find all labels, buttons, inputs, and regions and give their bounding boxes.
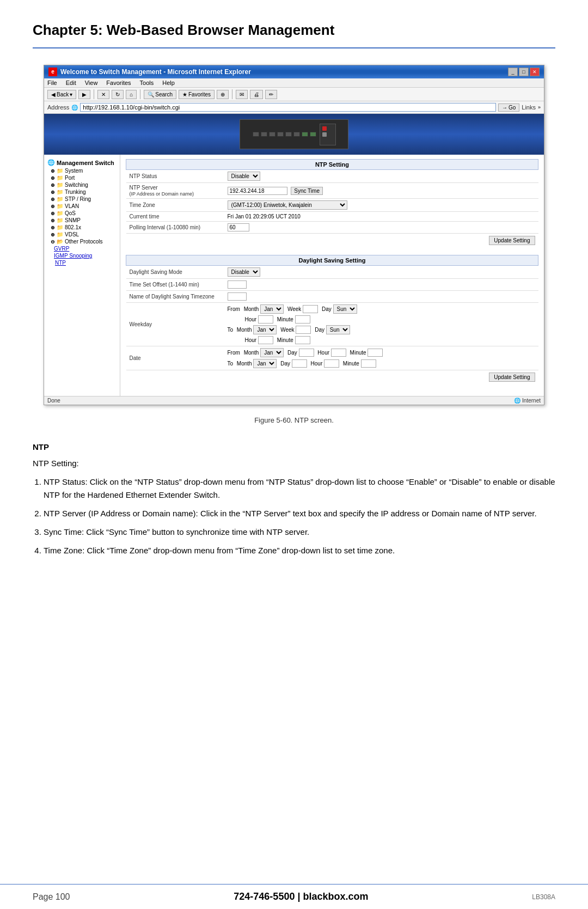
- time-offset-input[interactable]: [228, 280, 247, 289]
- plus-icon-vlan: ⊕: [51, 204, 55, 209]
- back-button[interactable]: ◀ Back ▾: [47, 90, 76, 99]
- favorites-button[interactable]: ★ Favorites: [179, 90, 215, 99]
- edit-button[interactable]: ✏: [265, 90, 277, 99]
- date-from-day-input[interactable]: [299, 349, 314, 357]
- sidebar-item-stp[interactable]: ⊕ 📁 STP / Ring: [44, 196, 120, 203]
- links-button[interactable]: Links: [522, 104, 536, 111]
- to-day-select[interactable]: Sun: [326, 325, 350, 334]
- forward-button[interactable]: ▶: [78, 90, 90, 99]
- maximize-button[interactable]: □: [519, 68, 529, 76]
- port-3: [269, 132, 275, 137]
- statusbar-left: Done: [47, 398, 60, 404]
- date-from-hour-input[interactable]: [331, 349, 346, 357]
- sidebar-item-snmp[interactable]: ⊕ 📁 SNMP: [44, 217, 120, 224]
- sidebar-item-port[interactable]: ⊕ 📁 Port: [44, 174, 120, 181]
- to-month-select[interactable]: Jan: [253, 325, 277, 334]
- home-button[interactable]: ⌂: [126, 90, 137, 99]
- sidebar-root-label: Management Switch: [57, 160, 114, 166]
- sidebar-label-ntp: NTP: [55, 260, 66, 266]
- ntp-server-input[interactable]: [228, 187, 287, 195]
- timezone-label: Time Zone: [126, 199, 224, 212]
- go-arrow-icon: →: [502, 105, 507, 111]
- from-month-select[interactable]: Jan: [260, 304, 284, 314]
- sidebar-item-ntp[interactable]: NTP: [44, 259, 120, 266]
- menu-favorites[interactable]: Favorites: [106, 80, 131, 86]
- sidebar-item-igmp[interactable]: IGMP Snooping: [44, 252, 120, 259]
- stop-button[interactable]: ✕: [97, 90, 109, 99]
- from-day-select[interactable]: Sun: [333, 304, 357, 314]
- date-from-minute-input[interactable]: [367, 349, 383, 357]
- to-hour-input[interactable]: [258, 336, 273, 344]
- date-to-day-input[interactable]: [292, 359, 307, 368]
- ntp-update-button[interactable]: Update Setting: [489, 236, 535, 245]
- sidebar-item-8021x[interactable]: ⊕ 📁 802.1x: [44, 224, 120, 231]
- sync-time-button[interactable]: Sync Time: [291, 187, 323, 195]
- date-to-label: To: [228, 361, 234, 367]
- sidebar-item-gvrp[interactable]: GVRP: [44, 245, 120, 252]
- daylight-update-button[interactable]: Update Setting: [489, 373, 535, 382]
- minimize-button[interactable]: _: [508, 68, 518, 76]
- sidebar-item-other-protocols[interactable]: ⊖ 📂 Other Protocols: [44, 238, 120, 245]
- ie-logo-icon: e: [48, 68, 57, 76]
- address-value: http://192.168.1.10/cgi-bin/switch.cgi: [83, 104, 180, 111]
- date-to-minute-input[interactable]: [361, 359, 376, 368]
- folder-icon-vlan: 📁: [57, 203, 63, 209]
- links-expand-icon: »: [538, 105, 541, 110]
- daylight-timezone-input[interactable]: [228, 292, 247, 301]
- date-from-month-select[interactable]: Jan: [260, 348, 284, 357]
- menu-tools[interactable]: Tools: [140, 80, 154, 86]
- go-button[interactable]: → Go: [498, 103, 519, 112]
- polling-input[interactable]: [228, 223, 249, 231]
- menu-edit[interactable]: Edit: [66, 80, 76, 86]
- port-1: [253, 132, 259, 137]
- ie-addressbar: Address 🌐 http://192.168.1.10/cgi-bin/sw…: [44, 101, 544, 114]
- page-footer: Page 100 724-746-5500 | blackbox.com LB3…: [0, 884, 588, 909]
- date-to-hour-input[interactable]: [324, 359, 339, 368]
- menu-help[interactable]: Help: [162, 80, 175, 86]
- ntp-settings-table: NTP Setting NTP Status Disable Enable: [126, 159, 538, 247]
- sidebar-label-igmp: IGMP Snooping: [54, 253, 92, 259]
- menu-file[interactable]: File: [47, 80, 57, 86]
- sidebar-item-vdsl[interactable]: ⊕ 📁 VDSL: [44, 231, 120, 238]
- timezone-value: (GMT-12:00) Eniwetok, Kwajalein: [224, 199, 538, 212]
- sidebar-item-switching[interactable]: ⊕ 📁 Switching: [44, 181, 120, 188]
- close-button[interactable]: ✕: [530, 68, 540, 76]
- daylight-mode-select[interactable]: Disable Enable: [228, 267, 260, 277]
- search-button[interactable]: 🔍 Search: [144, 90, 176, 99]
- date-to-month-select[interactable]: Jan: [253, 359, 277, 368]
- to-week-input[interactable]: [296, 326, 311, 334]
- minute-label-to: Minute: [277, 337, 293, 343]
- sidebar-label-snmp: SNMP: [65, 217, 81, 223]
- dropdown-arrow-icon: ▾: [70, 91, 72, 97]
- from-minute-input[interactable]: [295, 315, 310, 324]
- date-day-label-from: Day: [287, 350, 297, 356]
- daylight-setting-section: Daylight Saving Setting Daylight Saving …: [126, 255, 538, 384]
- ntp-settings-header: NTP Setting: [126, 160, 538, 170]
- sidebar-item-trunking[interactable]: ⊕ 📁 Trunking: [44, 188, 120, 196]
- back-arrow-icon: ◀: [51, 91, 56, 97]
- timezone-select[interactable]: (GMT-12:00) Eniwetok, Kwajalein: [228, 200, 347, 210]
- address-input[interactable]: http://192.168.1.10/cgi-bin/switch.cgi: [80, 103, 496, 112]
- from-label: From: [228, 306, 240, 312]
- sidebar-root[interactable]: 🌐 Management Switch: [44, 158, 120, 167]
- polling-label: Polling Interval (1-10080 min): [126, 222, 224, 234]
- browser-window: e Welcome to Switch Management - Microso…: [44, 65, 544, 405]
- ntp-status-select[interactable]: Disable Enable: [228, 172, 260, 181]
- week-label-to: Week: [280, 327, 294, 333]
- to-minute-input[interactable]: [295, 336, 310, 344]
- from-week-input[interactable]: [303, 305, 318, 313]
- sidebar-item-vlan[interactable]: ⊕ 📁 VLAN: [44, 203, 120, 210]
- sidebar-item-qos[interactable]: ⊕ 📁 QoS: [44, 210, 120, 217]
- minus-icon-other: ⊖: [51, 239, 55, 245]
- refresh-button[interactable]: ↻: [112, 90, 124, 99]
- mail-button[interactable]: ✉: [236, 90, 248, 99]
- time-offset-value: [224, 279, 538, 291]
- from-hour-input[interactable]: [258, 315, 273, 324]
- print-button[interactable]: 🖨: [250, 90, 263, 99]
- menu-view[interactable]: View: [85, 80, 98, 86]
- list-item-4: Time Zone: Click “Time Zone” drop-down m…: [44, 544, 555, 557]
- date-month-label-to: Month: [237, 361, 252, 367]
- sidebar-label-port: Port: [65, 175, 75, 181]
- history-button[interactable]: ⊕: [217, 90, 229, 99]
- sidebar-item-system[interactable]: ⊕ 📁 System: [44, 167, 120, 174]
